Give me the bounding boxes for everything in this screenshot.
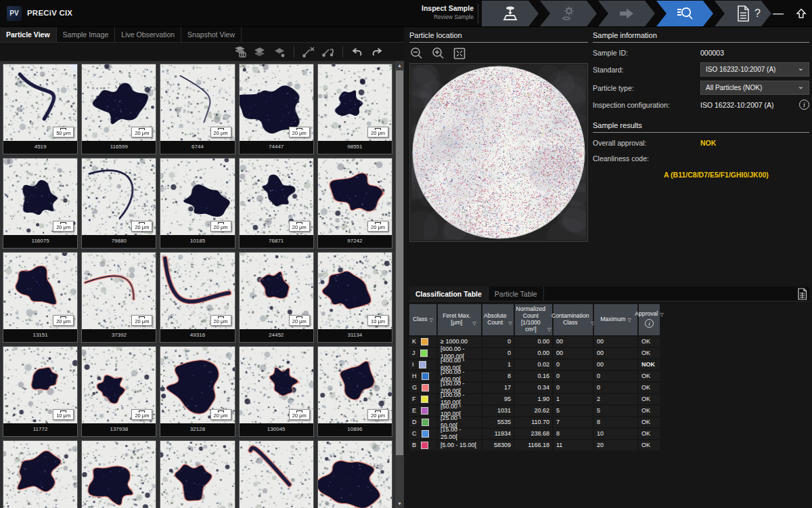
step-settings[interactable] — [540, 1, 597, 26]
tab-classification-table[interactable]: Classification Table — [409, 287, 489, 301]
particle-thumbnail[interactable]: 50 μm4519 — [3, 64, 78, 154]
particle-thumbnail[interactable]: 20 μm130045 — [239, 346, 314, 437]
sort-icon[interactable]: ▽ — [472, 321, 476, 326]
settings-icon — [560, 5, 577, 22]
approval-cell: OK — [639, 406, 660, 416]
tab-live-observation[interactable]: Live Observation — [115, 27, 181, 42]
step-run[interactable] — [598, 1, 655, 26]
step-load-sample[interactable] — [482, 1, 539, 26]
sort-icon[interactable]: ▽ — [430, 318, 433, 323]
delete-measurement-icon[interactable] — [302, 45, 315, 59]
particle-thumbnail[interactable]: 20 μm97242 — [317, 158, 392, 249]
split-particle-icon[interactable] — [273, 45, 286, 59]
scroll-down-icon[interactable]: ▼ — [395, 501, 404, 506]
particle-thumbnail[interactable]: 20 μm74447 — [239, 64, 314, 154]
normalized-count-cell: 0.00 — [515, 348, 552, 358]
tab-particle-view[interactable]: Particle View — [0, 27, 57, 42]
absolute-count-cell: 58309 — [482, 440, 514, 450]
particle-thumbnail[interactable]: 20 μm116599 — [81, 64, 156, 154]
titlebar: PV PRECiV CIX Inspect Sample Review Samp… — [0, 0, 812, 27]
particle-thumbnail[interactable] — [160, 440, 235, 508]
scale-bar-label: 50 μm — [56, 130, 70, 136]
particle-thumbnail[interactable]: 20 μm116075 — [3, 158, 78, 249]
tab-snapshot-view[interactable]: Snapshot View — [181, 27, 242, 42]
column-header[interactable]: Absolute Count▽ — [482, 304, 514, 335]
sort-icon[interactable]: ▽ — [509, 321, 512, 326]
capture-particle-image-icon[interactable] — [233, 45, 247, 59]
exit-button[interactable] — [796, 8, 807, 19]
particle-thumbnail[interactable]: 20 μm13151 — [3, 252, 78, 343]
zoom-in-icon[interactable] — [431, 47, 445, 60]
particle-thumbnail[interactable]: 20 μm37392 — [81, 252, 156, 343]
particle-map-canvas[interactable] — [411, 65, 586, 240]
tab-particle-table[interactable]: Particle Table — [489, 287, 544, 301]
particle-thumbnail[interactable]: 20 μm76871 — [239, 158, 314, 249]
column-header[interactable]: Class▽ — [409, 304, 436, 335]
particle-thumbnail[interactable]: 20 μm137938 — [81, 346, 156, 437]
scale-bar-label: 20 μm — [135, 224, 149, 230]
scale-bar-badge: 20 μm — [289, 221, 310, 232]
info-icon[interactable]: i — [645, 319, 654, 328]
help-button[interactable]: ? — [754, 0, 761, 27]
particle-thumbnail[interactable]: 20 μm49316 — [160, 252, 235, 343]
step-review[interactable] — [656, 1, 713, 26]
export-table-button[interactable] — [797, 288, 807, 300]
undo-icon[interactable] — [351, 45, 364, 59]
zoom-out-icon[interactable] — [409, 47, 423, 60]
particle-thumbnail[interactable] — [239, 440, 314, 508]
approval-cell: OK — [639, 383, 660, 393]
scale-bar-label: 20 μm — [292, 130, 307, 136]
restore-measurement-icon[interactable] — [321, 45, 335, 59]
class-color-swatch — [421, 442, 428, 449]
particle-id-label: 130045 — [240, 423, 313, 435]
particle-thumbnail[interactable]: 20 μm79880 — [81, 158, 156, 249]
class-cell: D — [409, 417, 436, 427]
contamination-class-cell: 00 — [554, 348, 593, 358]
scale-bar-label: 20 μm — [214, 224, 228, 230]
standard-dropdown[interactable]: ISO 16232-10:2007 (A) ⌄ — [700, 62, 809, 77]
table-row[interactable]: B[5.00 - 15.00[583091166.181120OK — [409, 440, 809, 450]
scale-bar-badge: 20 μm — [131, 127, 152, 137]
particle-thumbnail[interactable] — [317, 440, 392, 508]
column-header[interactable]: Contamination Class▽ — [554, 304, 593, 335]
classification-table: K≥ 1000.0000.000000OKJ[600.00 - 1000.00[… — [409, 337, 809, 450]
particle-thumbnail[interactable]: 20 μm10896 — [317, 346, 392, 437]
redo-icon[interactable] — [370, 45, 384, 59]
scale-bar-badge: 20 μm — [210, 409, 231, 420]
particle-thumbnail[interactable] — [81, 440, 156, 508]
particle-thumbnail[interactable]: 20 μm98551 — [317, 64, 392, 154]
particle-location-title: Particle location — [409, 27, 588, 43]
approval-cell: OK — [639, 417, 660, 427]
particle-thumbnail[interactable]: 10 μm11772 — [3, 346, 78, 437]
info-icon[interactable]: i — [799, 100, 809, 110]
column-header[interactable]: Feret Max. [μm]▽ — [438, 304, 481, 335]
particle-grid-scrollbar[interactable]: ▲ ▼ — [395, 61, 404, 508]
normalized-count-cell: 0.34 — [515, 383, 552, 393]
column-header[interactable]: Maximum▽ — [594, 304, 637, 335]
column-header[interactable]: Approval▽i — [639, 304, 660, 335]
scale-bar-badge: 20 μm — [367, 409, 388, 420]
scrollbar-thumb[interactable] — [396, 70, 403, 455]
class-cell: I — [409, 360, 436, 370]
sort-icon[interactable]: ▽ — [660, 312, 663, 318]
particle-type-dropdown[interactable]: All Particles (NOK) ⌄ — [700, 81, 809, 95]
approval-cell: OK — [639, 371, 660, 381]
sort-icon[interactable]: ▽ — [627, 318, 631, 323]
fit-view-icon[interactable] — [453, 47, 466, 60]
scroll-up-icon[interactable]: ▲ — [395, 63, 404, 68]
particle-thumbnail[interactable]: 20 μm10185 — [160, 158, 235, 249]
particle-thumbnail[interactable]: 20 μm32128 — [160, 346, 235, 437]
particle-id-label: 74447 — [240, 141, 313, 152]
column-header[interactable]: Normalized Count [1/1000 cm²]▽ — [515, 304, 552, 335]
scale-bar-label: 20 μm — [371, 130, 385, 136]
table-row[interactable]: C[15.00 - 25.00[11934238.68810OK — [409, 429, 809, 439]
minimize-button[interactable]: — — [773, 0, 784, 27]
merge-particles-icon[interactable] — [253, 45, 267, 59]
maximum-cell: 0 — [594, 383, 637, 393]
sort-icon[interactable]: ▽ — [547, 327, 551, 333]
particle-thumbnail[interactable]: 20 μm24452 — [239, 252, 314, 343]
particle-thumbnail[interactable]: 20 μm6744 — [160, 64, 235, 154]
particle-thumbnail[interactable]: 10 μm31134 — [317, 252, 392, 343]
tab-sample-image[interactable]: Sample Image — [57, 27, 116, 42]
particle-thumbnail[interactable] — [3, 440, 78, 508]
